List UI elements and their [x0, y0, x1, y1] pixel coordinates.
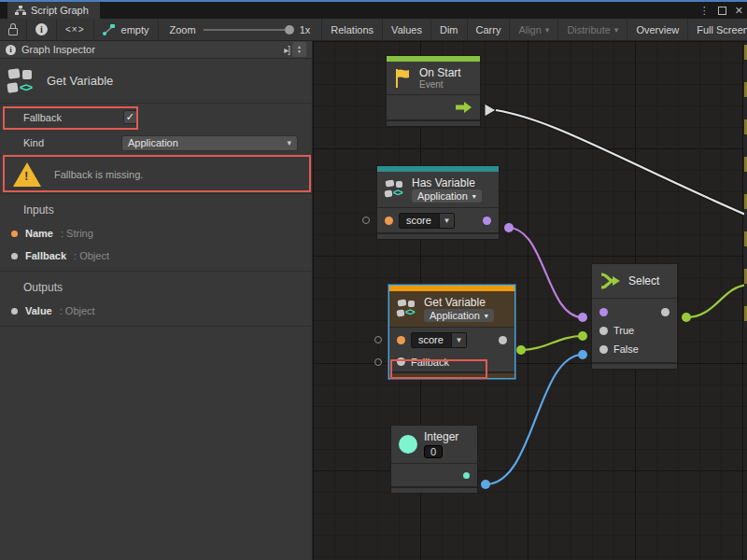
integer-value-field[interactable]: 0: [424, 445, 443, 458]
fallback-port-row: Fallback: [389, 352, 514, 371]
tab-script-graph[interactable]: Script Graph: [7, 2, 100, 19]
input-name-type: : String: [61, 228, 93, 239]
false-input-port[interactable]: [599, 345, 608, 354]
node-select[interactable]: Select True False: [591, 263, 678, 370]
variable-name-dropdown[interactable]: score ▼: [399, 213, 455, 229]
node-header: Select: [592, 264, 677, 298]
kind-dropdown[interactable]: Application: [121, 135, 298, 151]
fallback-setting-label: Fallback: [23, 112, 62, 123]
dock-icon[interactable]: ▸]: [284, 45, 289, 55]
zoom-slider[interactable]: [204, 29, 292, 31]
graph-nodes-icon: [103, 24, 116, 35]
node-title: On Start: [419, 66, 461, 79]
fullscreen-button[interactable]: Full Screen: [688, 19, 747, 40]
scroll-arrows[interactable]: ▲▼: [292, 42, 306, 57]
flow-output-port[interactable]: [456, 101, 472, 114]
wire-end-dot: [578, 350, 587, 359]
tab-title: Script Graph: [31, 5, 89, 16]
align-dropdown[interactable]: Align: [510, 19, 558, 40]
fallback-input-port[interactable]: [397, 357, 405, 366]
condition-port-row: [592, 302, 677, 321]
graph-canvas[interactable]: On Start Event: [313, 41, 747, 560]
node-footer: [389, 371, 514, 378]
node-footer: [391, 486, 477, 493]
name-input-port[interactable]: [385, 217, 393, 225]
menu-dots-icon[interactable]: ⋮: [699, 5, 710, 17]
values-label: Values: [391, 24, 422, 35]
outputs-section-title: Outputs: [0, 272, 312, 300]
wire-hasvariable-select[interactable]: [509, 228, 583, 317]
kind-value: Application: [417, 190, 468, 202]
carry-toggle[interactable]: Carry: [468, 19, 511, 40]
fallback-checkbox[interactable]: [123, 110, 137, 124]
node-title: Integer: [424, 430, 458, 443]
kind-dropdown[interactable]: Application: [412, 189, 482, 203]
warning-icon: !: [13, 162, 41, 187]
wire-getvariable-select-true[interactable]: [521, 336, 583, 350]
overview-label: Overview: [636, 24, 679, 35]
value-output-port[interactable]: [499, 336, 507, 344]
result-output-port[interactable]: [483, 217, 491, 225]
inspect-button[interactable]: i: [27, 19, 57, 40]
string-port-icon: [11, 231, 18, 237]
port-row: [387, 95, 480, 119]
node-footer: [377, 232, 499, 239]
node-footer: [387, 119, 480, 126]
close-icon[interactable]: ✕: [735, 5, 743, 17]
output-value-row: Value : Object: [0, 300, 312, 322]
integer-output-port[interactable]: [463, 472, 470, 479]
relations-toggle[interactable]: Relations: [321, 19, 383, 40]
node-has-variable[interactable]: <> Has Variable Application score ▼: [376, 165, 500, 240]
code-icon: <×>: [65, 24, 85, 35]
wire-select-out[interactable]: [686, 285, 747, 317]
node-title: Get Variable: [424, 296, 494, 309]
selection-output-port[interactable]: [661, 308, 669, 316]
fullscreen-label: Full Screen: [697, 24, 747, 35]
node-title: Has Variable: [412, 176, 482, 189]
output-value-type: : Object: [60, 305, 95, 316]
carry-label: Carry: [476, 24, 501, 35]
chevron-down-icon: ▼: [439, 214, 454, 228]
overview-button[interactable]: Overview: [627, 19, 688, 40]
inputs-section-title: Inputs: [0, 194, 312, 222]
variables-icon: <>: [7, 67, 35, 95]
kind-label: Kind: [23, 137, 121, 148]
node-header: Integer 0: [391, 426, 477, 463]
unit-title: Get Variable: [47, 74, 113, 88]
true-input-port[interactable]: [599, 327, 608, 335]
distribute-dropdown[interactable]: Distribute: [558, 19, 627, 40]
zoom-slider-handle[interactable]: [285, 25, 294, 35]
flow-wire-start-arrow: [485, 104, 496, 117]
variables-icon: <>: [397, 299, 417, 319]
node-header: On Start Event: [387, 62, 480, 94]
node-get-variable[interactable]: <> Get Variable Application score ▼: [388, 285, 515, 379]
integer-value: 0: [430, 446, 436, 457]
variable-name-dropdown[interactable]: score ▼: [411, 332, 467, 348]
name-input-port[interactable]: [397, 336, 405, 344]
maximize-icon[interactable]: [718, 7, 726, 15]
node-on-start[interactable]: On Start Event: [386, 55, 481, 127]
dim-label: Dim: [440, 24, 458, 35]
lock-button[interactable]: [0, 19, 27, 40]
unconnected-port-marker: [362, 217, 370, 224]
divider: [0, 326, 312, 327]
kind-dropdown[interactable]: Application: [424, 309, 494, 322]
graph-empty-button[interactable]: empty: [94, 19, 159, 40]
align-label: Align: [518, 24, 541, 35]
port-row: [391, 464, 477, 486]
wire-layer: [313, 41, 747, 560]
wire-end-dot: [481, 480, 490, 489]
node-integer[interactable]: Integer 0: [390, 425, 478, 494]
relations-label: Relations: [331, 24, 374, 35]
input-fallback-type: : Object: [74, 250, 109, 261]
fallback-port-label: Fallback: [411, 357, 449, 368]
fallback-setting-row: Fallback: [0, 104, 312, 131]
values-toggle[interactable]: Values: [383, 19, 431, 40]
kind-value: Application: [128, 137, 178, 148]
code-preview-button[interactable]: <×>: [57, 19, 94, 40]
condition-input-port[interactable]: [599, 308, 608, 316]
output-value-label: Value: [25, 305, 52, 316]
dim-toggle[interactable]: Dim: [431, 19, 468, 40]
wire-end-dot: [578, 331, 587, 341]
variable-name-value: score: [400, 214, 439, 228]
